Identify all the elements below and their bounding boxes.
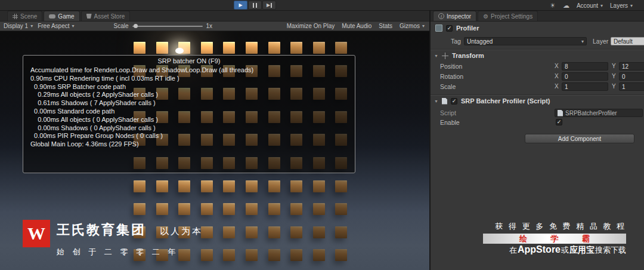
- aspect-dropdown[interactable]: Free Aspect ▾: [38, 23, 74, 29]
- position-label: Position: [440, 63, 462, 70]
- scene-cube: [246, 42, 258, 54]
- add-component-button[interactable]: Add Component: [525, 134, 634, 143]
- scene-cube: [178, 180, 190, 192]
- tab-project-settings[interactable]: ⚙ Project Settings: [478, 11, 538, 21]
- active-checkbox[interactable]: ✓: [446, 25, 453, 32]
- chevron-down-icon: ▾: [581, 39, 584, 44]
- step-icon: ▶: [267, 3, 270, 8]
- scene-cube: [290, 226, 302, 238]
- cloud-collab-icon[interactable]: ☁: [563, 2, 569, 9]
- brand-slogan: 以人为本: [160, 226, 203, 237]
- display-label: Display 1: [4, 23, 28, 29]
- scene-cube: [335, 249, 347, 261]
- overlay-stat-line: 0.61ms Shadows ( 7 ApplyShader calls ): [30, 99, 348, 108]
- promo-line3-suffix: 搜索下载: [595, 245, 626, 256]
- rotation-y-field[interactable]: 0: [619, 72, 644, 81]
- overlay-title: SRP batcher ON (F9): [30, 57, 348, 65]
- scene-cube: [178, 249, 190, 261]
- transform-icon: [442, 53, 448, 59]
- account-dropdown[interactable]: Account ▾: [577, 2, 603, 9]
- play-button[interactable]: ▶: [234, 1, 247, 10]
- scale-value: 1x: [206, 23, 213, 29]
- axis-y-label: Y: [612, 63, 616, 69]
- scene-cube: [313, 180, 325, 192]
- tab-scene[interactable]: Scene: [7, 11, 42, 21]
- tab-game[interactable]: Game: [44, 11, 79, 21]
- overlay-stat-line: Accumulated time for RenderLoop.Draw and…: [30, 66, 348, 75]
- stats-button[interactable]: Stats: [379, 23, 392, 29]
- scene-cube: [178, 203, 190, 215]
- script-reference-value: SRPBatcherProfiler: [565, 110, 617, 116]
- layers-dropdown[interactable]: Layers ▾: [610, 2, 633, 9]
- brightness-icon[interactable]: ☀: [550, 2, 556, 9]
- promo-or: 或: [561, 245, 569, 256]
- position-y-field[interactable]: 12: [619, 62, 644, 70]
- maximize-on-play-button[interactable]: Maximize On Play: [287, 23, 335, 29]
- overlay-stat-line: 0.00ms Shadows ( 0 ApplyShader calls ): [30, 124, 348, 133]
- scene-cube: [313, 203, 325, 215]
- scene-cube: [313, 249, 325, 261]
- tab-game-label: Game: [58, 13, 74, 20]
- unity-editor-window: ▶ ▶ ☀ ☁ Account ▾ Layers ▾: [0, 0, 644, 270]
- scene-cube: [156, 42, 168, 54]
- rotation-x-field[interactable]: 0: [562, 72, 608, 81]
- divider: [431, 49, 644, 50]
- scene-cube: [268, 249, 280, 261]
- brand-logo-letter: W: [27, 223, 45, 244]
- scale-slider-track[interactable]: [132, 26, 203, 27]
- aspect-label: Free Aspect: [38, 23, 69, 29]
- script-file-icon: [558, 110, 563, 116]
- foldout-icon[interactable]: ▼: [434, 54, 438, 58]
- chevron-down-icon: ▾: [72, 23, 75, 29]
- play-controls: ▶ ▶: [234, 1, 276, 10]
- axis-x-label: X: [555, 83, 559, 90]
- scale-y-field[interactable]: 1: [619, 82, 644, 91]
- pause-button[interactable]: [248, 1, 262, 10]
- promo-line1: 获 得 更 多 免 费 精 品 教 程: [495, 221, 626, 232]
- scene-cube: [290, 180, 302, 192]
- scale-x-field[interactable]: 1: [562, 82, 608, 91]
- tag-dropdown[interactable]: Untagged ▾: [464, 37, 587, 45]
- tab-asset-store[interactable]: Asset Store: [81, 11, 131, 21]
- divider: [431, 94, 644, 95]
- scene-cube: [268, 203, 280, 215]
- script-component-header[interactable]: ▼ ✓ SRP Batcher Profiler (Script): [434, 97, 550, 105]
- overlay-lines: Accumulated time for RenderLoop.Draw and…: [30, 66, 348, 149]
- chevron-down-icon: ▾: [422, 23, 425, 29]
- foldout-icon[interactable]: ▼: [434, 99, 438, 103]
- scene-cube: [201, 249, 213, 261]
- tab-inspector-label: Inspector: [447, 13, 471, 20]
- scale-row-label: Scale: [440, 83, 456, 90]
- overlay-stat-line: 0.90ms CPU Rendering time ( incl 0.03ms …: [30, 75, 348, 83]
- scale-slider-thumb[interactable]: [134, 24, 138, 28]
- scene-cube: [201, 42, 213, 54]
- gizmos-dropdown[interactable]: Gizmos ▾: [400, 23, 425, 29]
- gameobject-header: ✓ Profiler: [435, 24, 479, 32]
- overlay-stat-line: 0.29ms All objects ( 2 ApplyShader calls…: [30, 91, 348, 99]
- layer-dropdown[interactable]: Default: [611, 37, 644, 45]
- enable-checkbox[interactable]: ✓: [556, 119, 562, 125]
- promo-appstore: AppStore: [518, 244, 561, 255]
- mute-audio-button[interactable]: Mute Audio: [342, 23, 371, 29]
- account-label: Account: [577, 2, 598, 9]
- scale-control: Scale 1x: [114, 23, 213, 29]
- script-reference-field[interactable]: SRPBatcherProfiler: [555, 109, 643, 117]
- step-icon-bar: [271, 3, 272, 8]
- scene-cube: [134, 180, 145, 192]
- view-tabbar: Scene Game Asset Store: [0, 11, 429, 22]
- info-icon: i: [438, 13, 444, 19]
- scene-cube: [313, 42, 325, 54]
- display-dropdown[interactable]: Display 1 ▾: [4, 23, 33, 29]
- transform-header[interactable]: ▼ Transform: [434, 52, 484, 59]
- component-enabled-checkbox[interactable]: ✓: [451, 98, 457, 105]
- tab-inspector[interactable]: i Inspector: [433, 11, 476, 21]
- layer-value: Default: [614, 38, 633, 45]
- game-view-toolbar: Display 1 ▾ Free Aspect ▾ Scale 1x Maxim…: [0, 22, 429, 31]
- chevron-down-icon: ▾: [630, 3, 633, 8]
- overlay-stat-line: 0.00ms PIR Prepare Group Nodes ( 0 calls…: [30, 132, 348, 140]
- scene-cube: [223, 249, 235, 261]
- step-button[interactable]: ▶: [262, 1, 276, 10]
- tag-label: Tag: [451, 38, 461, 45]
- axis-y-label: Y: [612, 83, 616, 90]
- position-x-field[interactable]: 8: [562, 62, 608, 70]
